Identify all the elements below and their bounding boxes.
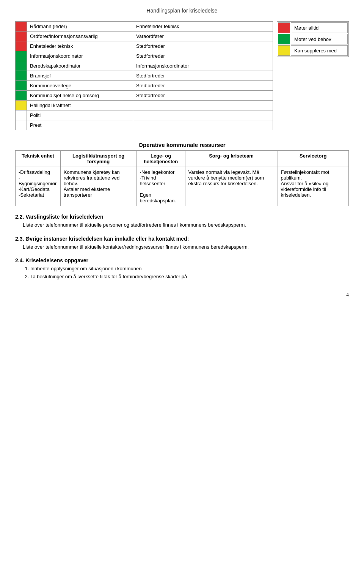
section-heading: 2.3. Øvrige instanser kriseledelsen kan …: [15, 236, 349, 242]
membership-deputy: [133, 101, 273, 110]
membership-deputy: Stedfortreder: [133, 91, 273, 101]
membership-role: Kommuneoverlege: [27, 81, 133, 91]
section-list: Innhente opplysninger om situasjonen i k…: [30, 265, 349, 281]
operative-cell: -Nes legekontor -Trivind helsesenter Ege…: [136, 167, 185, 206]
membership-deputy: Stedfortreder: [133, 71, 273, 81]
section-text: Liste over telefonnummer til aktuelle pe…: [23, 221, 349, 229]
list-item: Innhente opplysninger om situasjonen i k…: [30, 265, 349, 273]
operative-title: Operative kommunale ressurser: [15, 142, 349, 148]
membership-role: Ordfører/informasjonsansvarlig: [27, 32, 133, 41]
section: 2.3. Øvrige instanser kriseledelsen kan …: [15, 236, 349, 251]
legend-label: Kan suppleres med: [291, 45, 348, 56]
membership-role: Rådmann (leder): [27, 22, 133, 32]
operative-cell: Kommunens kjøretøy kan rekvireres fra et…: [60, 167, 136, 206]
page-number: 4: [15, 292, 349, 298]
membership-deputy: Varaordfører: [133, 32, 273, 41]
operative-col-header: Teknisk enhet: [16, 151, 61, 167]
membership-role: Hallingdal kraftnett: [27, 101, 133, 110]
membership-role: Prest: [27, 120, 133, 130]
operative-col-header: Logistikk/transport og forsyning: [60, 151, 136, 167]
operative-cell: Førstelinjekontakt mot publikum. Ansvar …: [278, 167, 348, 206]
section: 2.4. Kriseledelsens oppgaverInnhente opp…: [15, 257, 349, 281]
membership-role: Kommunalsjef helse og omsorg: [27, 91, 133, 101]
membership-role: Beredskapskoordinator: [27, 61, 133, 71]
membership-deputy: [133, 120, 273, 130]
section-heading: 2.2. Varslingsliste for kriseledelsen: [15, 214, 349, 220]
membership-deputy: Enhetsleder teknisk: [133, 22, 273, 32]
membership-deputy: [133, 110, 273, 120]
section-text: Liste over telefonnummer til aktuelle ko…: [23, 243, 349, 251]
legend-table: Møter alltidMøter ved behovKan suppleres…: [277, 21, 349, 57]
membership-role: Informasjonskoordinator: [27, 51, 133, 61]
membership-deputy: Stedfortreder: [133, 41, 273, 51]
operative-cell: -Driftsavdeling -Bygningsingeniør -Kart/…: [16, 167, 61, 206]
section-heading: 2.4. Kriseledelsens oppgaver: [15, 257, 349, 263]
operative-section: Operative kommunale ressurser Teknisk en…: [15, 142, 349, 206]
membership-role: Enhetsleder teknisk: [27, 41, 133, 51]
legend-color-cell: [278, 45, 290, 56]
membership-role: Politi: [27, 110, 133, 120]
legend-color-cell: [278, 22, 290, 33]
legend-label: Møter ved behov: [291, 34, 348, 44]
membership-role: Brannsjef: [27, 71, 133, 81]
operative-table: Teknisk enhetLogistikk/transport og fors…: [15, 150, 349, 206]
list-item: Ta beslutninger om å iverksette tiltak f…: [30, 273, 349, 281]
legend-label: Møter alltid: [291, 22, 348, 33]
page-title: Handlingsplan for kriseledelse: [15, 8, 349, 14]
operative-col-header: Sorg- og kriseteam: [185, 151, 278, 167]
membership-deputy: Informasjonskoordinator: [133, 61, 273, 71]
section: 2.2. Varslingsliste for kriseledelsenLis…: [15, 214, 349, 229]
operative-col-header: Lege- og helsetjenesten: [136, 151, 185, 167]
operative-cell: Varsles normalt via legevakt. Må vurdere…: [185, 167, 278, 206]
membership-table: Rådmann (leder)Enhetsleder tekniskOrdfør…: [15, 21, 273, 130]
membership-deputy: Stedfortreder: [133, 81, 273, 91]
operative-col-header: Servicetorg: [278, 151, 348, 167]
legend-color-cell: [278, 34, 290, 44]
membership-deputy: Stedfortreder: [133, 51, 273, 61]
